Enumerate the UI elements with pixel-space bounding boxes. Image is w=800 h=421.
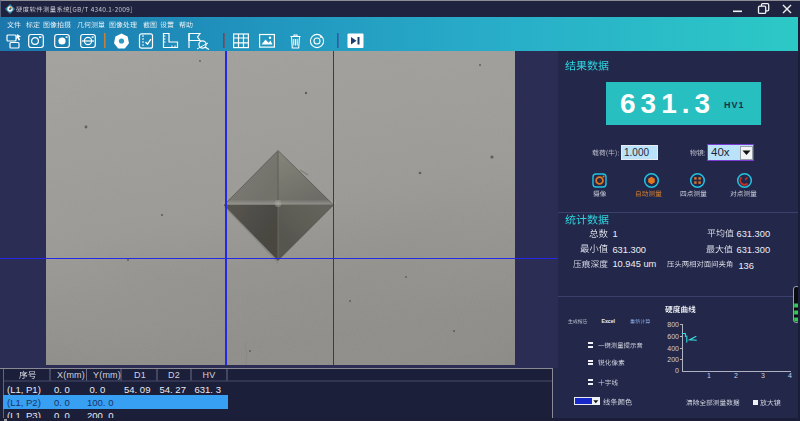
svg-text:200: 200 bbox=[667, 356, 679, 363]
svg-text:1: 1 bbox=[707, 372, 711, 379]
svg-text:400: 400 bbox=[667, 345, 679, 352]
svg-text:600: 600 bbox=[667, 333, 679, 340]
svg-text:3: 3 bbox=[761, 372, 765, 379]
svg-text:4: 4 bbox=[788, 372, 792, 379]
svg-text:0: 0 bbox=[675, 367, 679, 374]
svg-text:2: 2 bbox=[734, 372, 738, 379]
svg-text:800: 800 bbox=[667, 321, 679, 328]
